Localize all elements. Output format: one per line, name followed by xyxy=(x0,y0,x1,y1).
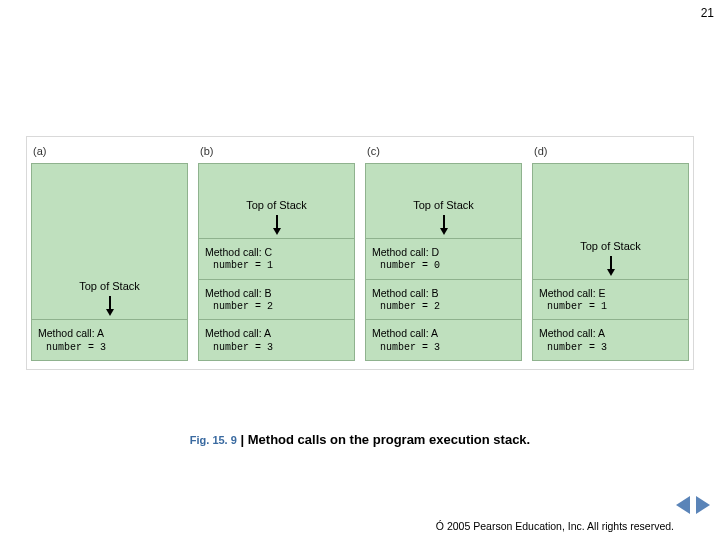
panel-label: (d) xyxy=(532,143,689,163)
top-of-stack-label: Top of Stack xyxy=(199,195,354,213)
frame-method: Method call: B xyxy=(205,286,350,300)
stack-box-a: Top of Stack Method call: A number = 3 xyxy=(31,163,188,361)
panel-label: (b) xyxy=(198,143,355,163)
figure-area: (a) Top of Stack Method call: A number =… xyxy=(26,136,694,370)
page-number: 21 xyxy=(701,6,714,20)
stack-frame: Method call: E number = 1 xyxy=(533,279,688,320)
panel-c: (c) Top of Stack Method call: D number =… xyxy=(365,143,522,361)
frame-method: Method call: C xyxy=(205,245,350,259)
figure-number: Fig. 15. 9 xyxy=(190,434,237,446)
frame-number: number = 3 xyxy=(205,341,350,355)
nav-controls xyxy=(676,496,710,514)
arrow-down-icon xyxy=(32,294,187,316)
frame-number: number = 0 xyxy=(372,259,517,273)
arrow-down-icon xyxy=(366,213,521,235)
frame-method: Method call: A xyxy=(372,326,517,340)
frame-number: number = 2 xyxy=(205,300,350,314)
frame-method: Method call: E xyxy=(539,286,684,300)
frame-method: Method call: A xyxy=(205,326,350,340)
stack-frame: Method call: A number = 3 xyxy=(366,319,521,360)
caption-separator: | xyxy=(240,432,244,447)
top-of-stack-label: Top of Stack xyxy=(32,276,187,294)
frame-number: number = 3 xyxy=(38,341,183,355)
panel-label: (a) xyxy=(31,143,188,163)
frame-method: Method call: B xyxy=(372,286,517,300)
stack-box-d: Top of Stack Method call: E number = 1 M… xyxy=(532,163,689,361)
frame-number: number = 3 xyxy=(539,341,684,355)
frame-method: Method call: D xyxy=(372,245,517,259)
stack-frame: Method call: A number = 3 xyxy=(533,319,688,360)
stack-frame: Method call: D number = 0 xyxy=(366,238,521,279)
stack-frame: Method call: A number = 3 xyxy=(32,319,187,360)
copyright-text: Ó 2005 Pearson Education, Inc. All right… xyxy=(436,520,674,532)
panel-label: (c) xyxy=(365,143,522,163)
panel-a: (a) Top of Stack Method call: A number =… xyxy=(31,143,188,361)
stack-frame: Method call: B number = 2 xyxy=(366,279,521,320)
panel-d: (d) Top of Stack Method call: E number =… xyxy=(532,143,689,361)
top-of-stack-label: Top of Stack xyxy=(366,195,521,213)
arrow-down-icon xyxy=(533,254,688,276)
stack-box-c: Top of Stack Method call: D number = 0 M… xyxy=(365,163,522,361)
prev-slide-icon[interactable] xyxy=(676,496,690,514)
frame-method: Method call: A xyxy=(539,326,684,340)
stack-frame: Method call: A number = 3 xyxy=(199,319,354,360)
frame-number: number = 1 xyxy=(539,300,684,314)
frame-number: number = 3 xyxy=(372,341,517,355)
arrow-down-icon xyxy=(199,213,354,235)
stack-frame: Method call: C number = 1 xyxy=(199,238,354,279)
stack-frame: Method call: B number = 2 xyxy=(199,279,354,320)
figure-caption: Fig. 15. 9 | Method calls on the program… xyxy=(0,432,720,447)
caption-text: Method calls on the program execution st… xyxy=(248,432,530,447)
frame-number: number = 1 xyxy=(205,259,350,273)
next-slide-icon[interactable] xyxy=(696,496,710,514)
top-of-stack-label: Top of Stack xyxy=(533,236,688,254)
stack-box-b: Top of Stack Method call: C number = 1 M… xyxy=(198,163,355,361)
panel-b: (b) Top of Stack Method call: C number =… xyxy=(198,143,355,361)
frame-number: number = 2 xyxy=(372,300,517,314)
frame-method: Method call: A xyxy=(38,326,183,340)
